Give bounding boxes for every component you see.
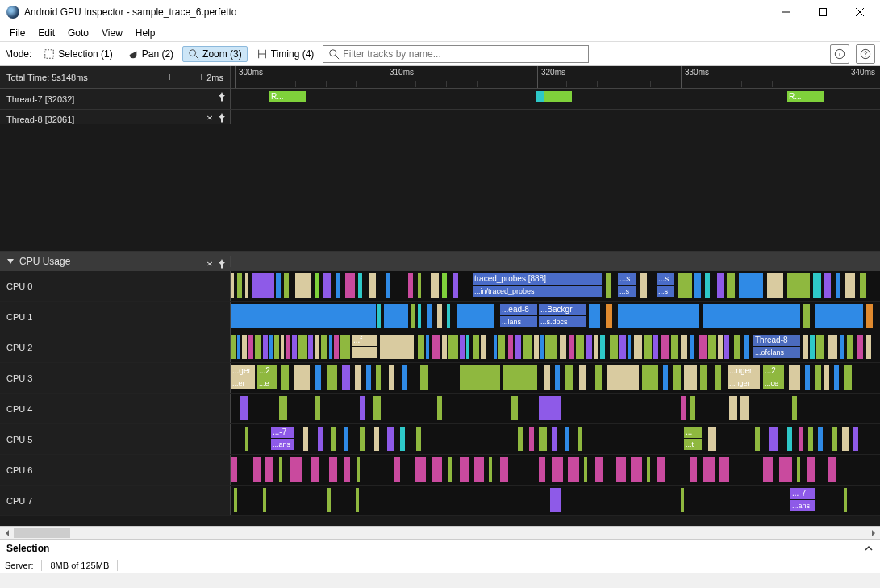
slice-traced-probes-path[interactable]: ...in/traced_probes	[473, 286, 602, 297]
svg-point-3	[330, 49, 336, 56]
mode-pan[interactable]: Pan (2)	[122, 46, 179, 62]
filter-box[interactable]	[323, 45, 589, 63]
ruler-tick: 340ms	[848, 66, 878, 88]
selection-title: Selection	[6, 543, 49, 554]
help-button[interactable]	[856, 44, 875, 64]
timeline-ruler[interactable]: Total Time: 5s148ms 2ms 300ms 310ms 320m…	[0, 66, 880, 89]
menu-file[interactable]: File	[3, 26, 31, 40]
pin-icon[interactable]	[217, 113, 227, 123]
thread7-label: Thread-7 [32032]	[6, 94, 74, 104]
slice[interactable]	[536, 91, 544, 102]
section-cpu-usage[interactable]: CPU Usage	[0, 252, 880, 271]
cpu3-label: CPU 3	[6, 373, 32, 383]
slice-thread7[interactable]: ...-7	[790, 488, 815, 499]
track-thread-8[interactable]: Thread-8 [32061] eglSw...	[0, 110, 880, 252]
ruler-tick: 330ms	[681, 66, 712, 88]
mode-timing-label: Timing (4)	[271, 48, 315, 60]
menu-goto[interactable]: Goto	[61, 26, 95, 40]
track-cpu7[interactable]: CPU 7 ...-7 ...ans	[0, 486, 880, 516]
slice-s[interactable]: ...s	[618, 273, 636, 285]
cpu1-label: CPU 1	[6, 312, 32, 322]
cpu7-label: CPU 7	[6, 496, 32, 506]
cpu5-label: CPU 5	[6, 435, 32, 444]
slice-backgr[interactable]: ...Backgr	[539, 304, 586, 315]
svg-rect-0	[820, 9, 827, 16]
cpu2-label: CPU 2	[6, 343, 32, 352]
mode-label: Mode:	[5, 48, 31, 60]
maximize-button[interactable]	[804, 0, 841, 24]
expand-icon[interactable]	[6, 257, 15, 265]
mode-zoom-label: Zoom (3)	[202, 48, 242, 60]
scale-hint: 2ms	[206, 73, 223, 82]
selection-icon	[44, 48, 55, 60]
mode-pan-label: Pan (2)	[142, 48, 173, 60]
track-cpu6[interactable]: CPU 6	[0, 455, 880, 486]
ruler-tick: 300ms	[235, 66, 266, 88]
mode-zoom[interactable]: Zoom (3)	[182, 46, 248, 62]
mode-selection[interactable]: Selection (1)	[38, 46, 118, 62]
menu-edit[interactable]: Edit	[31, 26, 61, 40]
minimize-button[interactable]	[767, 0, 804, 24]
mode-timing[interactable]: Timing (4)	[251, 46, 320, 62]
memory-status: 8MB of 125MB	[50, 561, 109, 570]
ruler-tick: 310ms	[386, 66, 417, 88]
titlebar: Android GPU Inspector - sample_trace_6.p…	[0, 0, 880, 24]
cpu6-label: CPU 6	[6, 465, 32, 475]
server-label: Server:	[5, 561, 33, 570]
track-cpu3[interactable]: CPU 3 ...ger ...er ...2 ...e	[0, 363, 880, 394]
selection-panel-header[interactable]: Selection	[0, 540, 880, 557]
cpu-usage-label: CPU Usage	[19, 256, 70, 267]
slice-running[interactable]: R...	[787, 91, 824, 102]
pin-icon[interactable]	[217, 92, 227, 102]
app-icon	[6, 6, 19, 19]
svg-point-2	[190, 49, 196, 56]
track-cpu1[interactable]: CPU 1 ...ead-8 ...lans ...Backgr ...s.do…	[0, 302, 880, 332]
cpu0-label: CPU 0	[6, 281, 32, 291]
menu-view[interactable]: View	[95, 26, 129, 40]
status-bar: Server: 8MB of 125MB	[0, 557, 880, 573]
track-thread-7[interactable]: Thread-7 [32032] R... R...	[0, 89, 880, 110]
slice-ead8[interactable]: ...ead-8	[500, 304, 537, 315]
track-cpu5[interactable]: CPU 5 ...-7 ...ans ... ...t	[0, 424, 880, 455]
slice[interactable]	[544, 91, 572, 102]
pin-icon[interactable]	[217, 259, 227, 269]
collapse-icon[interactable]	[206, 114, 214, 122]
track-cpu0[interactable]: CPU 0 traced_probes [888] ...in/traced_p…	[0, 271, 880, 302]
svg-rect-1	[45, 49, 54, 58]
close-button[interactable]	[841, 0, 878, 24]
collapse-icon[interactable]	[206, 260, 214, 268]
menu-help[interactable]: Help	[129, 26, 162, 40]
cpu4-label: CPU 4	[6, 404, 32, 414]
scroll-track[interactable]	[14, 526, 866, 540]
chevron-up-icon[interactable]	[864, 544, 874, 553]
slice-running[interactable]: R...	[269, 91, 306, 102]
menubar: File Edit Goto View Help	[0, 24, 880, 42]
scroll-thumb[interactable]	[14, 528, 70, 538]
total-time-label: Total Time: 5s148ms	[6, 73, 88, 82]
scroll-right-button[interactable]	[866, 526, 880, 540]
thread8-label: Thread-8 [32061]	[6, 115, 74, 124]
ruler-tick: 320ms	[537, 66, 569, 88]
zoom-icon	[188, 48, 199, 60]
search-icon	[328, 48, 340, 60]
info-button[interactable]	[830, 44, 849, 64]
timing-icon	[256, 48, 268, 60]
pan-icon	[127, 48, 139, 60]
window-title: Android GPU Inspector - sample_trace_6.p…	[24, 6, 236, 18]
horizontal-scrollbar[interactable]	[0, 526, 880, 540]
toolbar: Mode: Selection (1) Pan (2) Zoom (3) Tim…	[0, 42, 880, 66]
slice-traced-probes[interactable]: traced_probes [888]	[473, 273, 602, 285]
slice-thread8[interactable]: Thread-8	[753, 335, 800, 346]
filter-input[interactable]	[343, 48, 583, 60]
mode-selection-label: Selection (1)	[58, 48, 112, 60]
track-cpu2[interactable]: CPU 2 ...f	[0, 332, 880, 363]
scroll-left-button[interactable]	[0, 526, 14, 540]
trace-area: Total Time: 5s148ms 2ms 300ms 310ms 320m…	[0, 66, 880, 526]
track-cpu4[interactable]: CPU 4	[0, 394, 880, 424]
